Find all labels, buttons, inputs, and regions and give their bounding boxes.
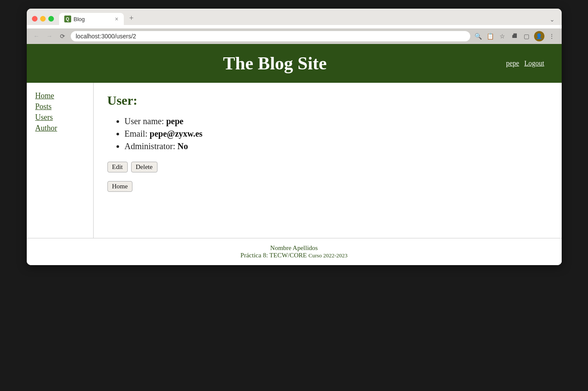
delete-button[interactable]: Delete bbox=[131, 162, 157, 172]
sidebar-item-posts[interactable]: Posts bbox=[35, 102, 85, 111]
site-title: The Blog Site bbox=[44, 53, 506, 74]
maximize-window-button[interactable] bbox=[48, 16, 54, 22]
user-email-label: Email: bbox=[125, 129, 148, 138]
reload-button[interactable]: ⟳ bbox=[58, 31, 67, 41]
traffic-lights bbox=[32, 16, 54, 22]
footer-line1: Nombre Apellidos bbox=[33, 244, 556, 252]
sidebar-item-home[interactable]: Home bbox=[35, 91, 85, 100]
new-tab-button[interactable]: + bbox=[126, 12, 138, 24]
more-button[interactable]: ⋮ bbox=[547, 31, 557, 41]
home-button[interactable]: Home bbox=[107, 181, 133, 192]
footer-line2-prefix: Práctica 8: TECW/CORE bbox=[240, 252, 308, 259]
profile-button[interactable]: 👤 bbox=[534, 31, 544, 41]
page-content: The Blog Site pepe Logout Home Posts Use… bbox=[27, 44, 562, 265]
footer-line2: Práctica 8: TECW/CORE Curso 2022-2023 bbox=[33, 252, 556, 259]
address-input[interactable] bbox=[71, 31, 470, 41]
main-layout: Home Posts Users Author User: User name:… bbox=[27, 83, 562, 238]
address-bar: ← → ⟳ 🔍 📋 ☆ ⛘ ▢ 👤 ⋮ bbox=[27, 28, 562, 44]
tab-title: Blog bbox=[74, 16, 113, 22]
header-nav: pepe Logout bbox=[506, 59, 544, 67]
browser-actions: 🔍 📋 ☆ ⛘ ▢ 👤 ⋮ bbox=[474, 31, 557, 41]
tab-favicon: Q bbox=[64, 16, 71, 22]
sidebar-item-author[interactable]: Author bbox=[35, 124, 85, 133]
footer-line2-suffix: Curso 2022-2023 bbox=[308, 252, 348, 259]
cast-button[interactable]: ▢ bbox=[522, 31, 531, 41]
tab-bar: Q Blog × + ⌄ bbox=[59, 12, 557, 25]
user-admin-label: Administrator: bbox=[125, 141, 176, 151]
sidebar: Home Posts Users Author bbox=[27, 83, 94, 238]
user-email-value: pepe@zyxw.es bbox=[150, 129, 202, 138]
header-logout-link[interactable]: Logout bbox=[524, 59, 544, 67]
browser-window: Q Blog × + ⌄ ← → ⟳ 🔍 📋 ☆ ⛘ ▢ 👤 ⋮ bbox=[27, 9, 562, 265]
tab-close-button[interactable]: × bbox=[115, 16, 118, 22]
header-username-link[interactable]: pepe bbox=[506, 59, 519, 67]
star-button[interactable]: ☆ bbox=[498, 31, 507, 41]
browser-chrome: Q Blog × + ⌄ bbox=[27, 9, 562, 25]
user-name-item: User name: pepe bbox=[125, 116, 548, 126]
close-window-button[interactable] bbox=[32, 16, 38, 22]
site-footer: Nombre Apellidos Práctica 8: TECW/CORE C… bbox=[27, 238, 562, 265]
zoom-button[interactable]: 🔍 bbox=[474, 31, 483, 41]
page-heading: User: bbox=[107, 93, 548, 108]
user-name-label: User name: bbox=[125, 116, 164, 126]
active-tab[interactable]: Q Blog × bbox=[59, 13, 124, 25]
titlebar: Q Blog × + ⌄ bbox=[32, 12, 557, 25]
back-button[interactable]: ← bbox=[32, 31, 41, 41]
extensions-button[interactable]: ⛘ bbox=[510, 31, 519, 41]
user-details: User name: pepe Email: pepe@zyxw.es Admi… bbox=[116, 116, 548, 151]
edit-button[interactable]: Edit bbox=[107, 162, 128, 172]
user-admin-item: Administrator: No bbox=[125, 141, 548, 151]
content-area: User: User name: pepe Email: pepe@zyxw.e… bbox=[94, 83, 562, 238]
home-btn-container: Home bbox=[107, 181, 548, 192]
sidebar-item-users[interactable]: Users bbox=[35, 113, 85, 122]
user-admin-value: No bbox=[177, 141, 188, 151]
action-buttons: Edit Delete bbox=[107, 162, 548, 172]
user-name-value: pepe bbox=[166, 116, 183, 126]
bookmark-button[interactable]: 📋 bbox=[486, 31, 495, 41]
site-header: The Blog Site pepe Logout bbox=[27, 44, 562, 83]
minimize-window-button[interactable] bbox=[40, 16, 46, 22]
tab-expand-button[interactable]: ⌄ bbox=[548, 14, 557, 25]
user-email-item: Email: pepe@zyxw.es bbox=[125, 129, 548, 139]
forward-button[interactable]: → bbox=[45, 31, 54, 41]
